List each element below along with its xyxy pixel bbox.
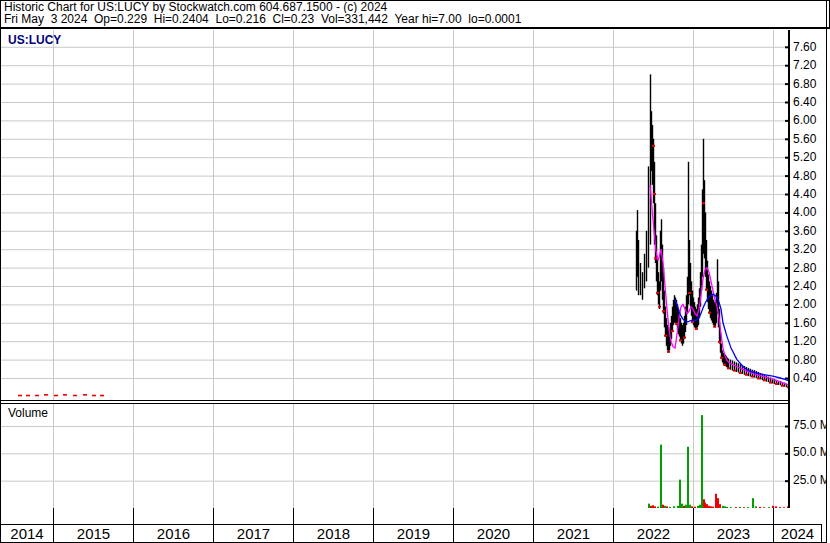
price-axis-label: 5.20 bbox=[793, 150, 826, 164]
volume-chart-canvas bbox=[0, 404, 790, 508]
price-axis-label: 2.00 bbox=[793, 297, 826, 311]
price-axis-label: 1.20 bbox=[793, 334, 826, 348]
year-divider bbox=[533, 508, 534, 524]
price-axis-label: 2.40 bbox=[793, 279, 826, 293]
price-axis-label: 3.60 bbox=[793, 224, 826, 238]
early-price-dash bbox=[18, 395, 22, 397]
price-axis-label: 0.40 bbox=[793, 371, 826, 385]
price-axis-label: 4.80 bbox=[793, 169, 826, 183]
year-label: 2017 bbox=[213, 525, 293, 542]
year-divider bbox=[453, 508, 454, 524]
year-label: 2014 bbox=[0, 525, 53, 542]
year-divider bbox=[613, 508, 614, 524]
early-price-dash bbox=[44, 394, 48, 396]
quote-summary-bar: Fri May 3 2024 Op=0.229 Hi=0.2404 Lo=0.2… bbox=[0, 13, 830, 29]
year-label: 2022 bbox=[613, 525, 693, 542]
year-divider bbox=[693, 508, 694, 524]
early-price-dash bbox=[26, 395, 30, 397]
early-price-dash bbox=[63, 394, 67, 396]
year-divider bbox=[293, 508, 294, 524]
stockwatch-historic-chart-window: Historic Chart for US:LUCY by Stockwatch… bbox=[0, 0, 830, 543]
price-axis-label: 1.60 bbox=[793, 316, 826, 330]
volume-axis-label: 75.0 M bbox=[793, 418, 826, 432]
early-price-dash bbox=[73, 395, 77, 397]
price-chart-panel bbox=[0, 30, 790, 401]
price-axis-label: 7.60 bbox=[793, 40, 826, 54]
price-axis-label: 5.60 bbox=[793, 132, 826, 146]
volume-bars bbox=[648, 415, 789, 508]
year-axis-row: 2014201520162017201820192020202120222023… bbox=[0, 524, 822, 543]
year-divider bbox=[773, 508, 774, 524]
volume-chart-panel bbox=[0, 403, 790, 509]
price-axis-label: 6.80 bbox=[793, 77, 826, 91]
symbol-label: US:LUCY bbox=[8, 33, 61, 47]
timeline-spacer-row bbox=[0, 508, 790, 524]
price-axis-label: 3.20 bbox=[793, 242, 826, 256]
year-label: 2015 bbox=[53, 525, 133, 542]
volume-panel-label: Volume bbox=[8, 406, 48, 420]
year-label: 2024 bbox=[773, 525, 821, 542]
volume-axis-label: 50.0 M bbox=[793, 445, 826, 459]
right-axis-column: 7.607.206.806.406.005.605.204.804.404.00… bbox=[791, 30, 826, 525]
year-label: 2019 bbox=[373, 525, 453, 542]
year-divider bbox=[373, 508, 374, 524]
early-price-dash bbox=[54, 395, 58, 397]
year-divider bbox=[213, 508, 214, 524]
price-axis-label: 6.40 bbox=[793, 95, 826, 109]
price-axis-label: 7.20 bbox=[793, 58, 826, 72]
early-price-dash bbox=[100, 395, 104, 397]
price-axis-label: 4.40 bbox=[793, 187, 826, 201]
year-label: 2023 bbox=[693, 525, 773, 542]
price-axis-label: 0.80 bbox=[793, 353, 826, 367]
year-label: 2020 bbox=[453, 525, 533, 542]
ma-fast-line bbox=[650, 185, 789, 385]
year-divider bbox=[53, 508, 54, 524]
year-label: 2018 bbox=[293, 525, 373, 542]
year-label: 2016 bbox=[133, 525, 213, 542]
early-price-dash bbox=[92, 395, 96, 397]
price-axis-label: 6.00 bbox=[793, 113, 826, 127]
early-price-dash bbox=[83, 394, 87, 396]
price-axis-label: 2.80 bbox=[793, 261, 826, 275]
price-axis-label: 4.00 bbox=[793, 205, 826, 219]
price-chart-canvas bbox=[0, 30, 790, 400]
volume-axis-label: 25.0 M bbox=[793, 473, 826, 487]
year-label: 2021 bbox=[533, 525, 613, 542]
axis-border-line bbox=[788, 30, 790, 525]
year-divider bbox=[133, 508, 134, 524]
early-price-dash bbox=[35, 395, 39, 397]
